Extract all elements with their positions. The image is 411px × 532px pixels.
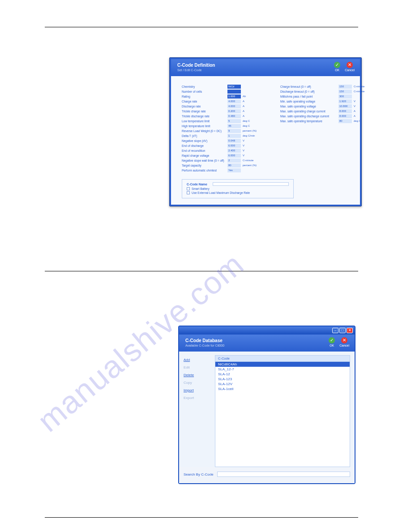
param-label: Perform automatic ohmtest <box>182 169 227 172</box>
param-row: Max. safe operating temperature80deg C <box>280 119 373 123</box>
param-value[interactable]: 45 <box>227 124 241 128</box>
param-value[interactable]: 150 <box>338 90 352 94</box>
database-title: C-Code Database <box>185 338 348 343</box>
param-unit: V <box>354 100 373 103</box>
ccode-definition-dialog: C-Code Definition Set / Edit C-Code ✓ OK… <box>169 57 362 206</box>
list-item[interactable]: SLA-12 <box>215 372 350 377</box>
param-unit: deg C <box>243 120 262 122</box>
list-item[interactable]: SLA-123 <box>215 377 350 382</box>
param-label: Low temperature limit <box>182 120 227 123</box>
param-value[interactable]: 80 <box>338 119 352 123</box>
param-label: Max. safe operating discharge current <box>280 115 338 118</box>
list-item[interactable]: SLA-1cell <box>215 386 350 391</box>
param-label: Target capacity <box>182 164 227 167</box>
param-value[interactable]: 8.000 <box>338 114 352 118</box>
param-row: Max. safe operating charge current8.000A <box>280 109 373 113</box>
param-label: Min. safe operating voltage <box>280 100 338 103</box>
param-label: Negative slope wait time (0 = off) <box>182 159 227 162</box>
import-link[interactable]: Import <box>184 388 210 392</box>
check-icon: ✓ <box>334 62 340 68</box>
copy-link[interactable]: Copy <box>184 381 210 385</box>
search-input[interactable] <box>217 472 350 477</box>
param-value[interactable]: 9 <box>227 129 241 133</box>
param-unit: percent (%) <box>243 129 262 132</box>
ok-button[interactable]: ✓ OK <box>334 62 340 72</box>
param-row: Discharge rate4.000A <box>182 104 262 108</box>
param-value[interactable]: 10.800 <box>338 104 352 108</box>
external-load-checkbox[interactable] <box>187 191 190 194</box>
list-item[interactable]: NiCd6C4Ah <box>215 362 350 367</box>
param-value[interactable]: 1.000 <box>227 94 241 99</box>
param-label: Delta T (dT) <box>182 134 227 137</box>
param-unit: A <box>243 105 262 107</box>
param-row: Negative slope (dV)0.048V <box>182 138 262 143</box>
export-link[interactable]: Export <box>184 396 210 400</box>
window-titlebar: – □ ✕ <box>179 326 355 335</box>
param-unit: A <box>243 115 262 117</box>
ccode-name-group: C-Code Name Smart Battery Use External L… <box>182 179 294 198</box>
param-label: Discharge rate <box>182 105 227 108</box>
param-row: ChemistryNiCd <box>182 84 262 89</box>
param-unit: deg C <box>354 120 373 122</box>
delete-link[interactable]: Delete <box>184 373 210 377</box>
dialog-header: C-Code Definition Set / Edit C-Code ✓ OK… <box>171 59 360 76</box>
list-item[interactable]: SLA_12-7 <box>215 367 350 372</box>
param-value[interactable]: 0.048 <box>227 139 241 143</box>
param-value[interactable] <box>227 90 241 94</box>
param-label: Reverse Load Weight (0 = DC) <box>182 129 227 133</box>
dialog-subtitle: Set / Edit C-Code <box>177 69 354 72</box>
param-row: Negative slope wait time (0 = off)2C-min… <box>182 158 262 163</box>
param-value[interactable]: 2 <box>227 159 241 163</box>
param-label: Rapid charge voltage <box>182 154 227 157</box>
param-value[interactable]: 4.000 <box>227 99 241 103</box>
ccode-name-input[interactable] <box>213 182 289 186</box>
window-close-button[interactable]: ✕ <box>347 328 353 333</box>
param-value[interactable]: 300 <box>338 94 352 99</box>
db-cancel-button[interactable]: ✕ Cancel <box>339 337 349 347</box>
list-header: C-Code <box>215 356 350 362</box>
cancel-button[interactable]: ✕ Cancel <box>345 62 355 72</box>
param-value[interactable]: 0.480 <box>227 114 241 118</box>
param-unit: V <box>243 139 262 142</box>
smart-battery-checkbox[interactable] <box>187 187 190 190</box>
param-label: Max. safe operating temperature <box>280 120 338 123</box>
param-row: Max. safe operating discharge current8.0… <box>280 114 373 118</box>
param-label: Negative slope (dV) <box>182 139 227 142</box>
database-sidebar: Add Edit Delete Copy Import Export <box>179 352 215 467</box>
edit-link[interactable]: Edit <box>184 365 210 369</box>
param-value[interactable]: 6.000 <box>227 144 241 148</box>
param-value[interactable]: 80 <box>227 163 241 167</box>
maximize-button[interactable]: □ <box>339 328 346 333</box>
db-ok-button[interactable]: ✓ OK <box>329 337 335 347</box>
param-value[interactable]: 1 <box>227 134 241 138</box>
param-value[interactable]: 8.000 <box>338 109 352 113</box>
param-value[interactable]: NiCd <box>227 85 241 89</box>
param-row: Rating1.000Ah <box>182 94 262 99</box>
list-item[interactable]: SLA-12V <box>215 382 350 386</box>
param-row: Trickle charge rate0.200A <box>182 109 262 113</box>
param-value[interactable]: 150 <box>338 85 352 89</box>
param-label: Chemistry <box>182 85 227 88</box>
param-value[interactable]: 4.000 <box>227 104 241 108</box>
param-value[interactable]: 6.000 <box>227 154 241 158</box>
database-subtitle: Available C-Code for C8000 <box>185 344 348 347</box>
param-value[interactable]: 5 <box>227 119 241 123</box>
param-value[interactable]: 0.200 <box>227 109 241 113</box>
param-row: Target capacity80percent (%) <box>182 163 262 167</box>
param-row: Low temperature limit5deg C <box>182 119 262 123</box>
param-value[interactable]: 1.920 <box>338 99 352 103</box>
param-label: Trickle discharge rate <box>182 115 227 118</box>
param-unit: V <box>243 144 262 147</box>
ccode-database-window: – □ ✕ C-Code Database Available C-Code f… <box>178 326 355 484</box>
minimize-button[interactable]: – <box>332 328 338 333</box>
param-label: Trickle charge rate <box>182 110 227 113</box>
param-row: High temperature limit45deg C <box>182 124 262 128</box>
param-value[interactable]: Yes <box>227 168 241 172</box>
dialog-title: C-Code Definition <box>177 63 354 68</box>
close-icon: ✕ <box>347 62 353 68</box>
param-unit: C-minute <box>354 85 373 88</box>
add-link[interactable]: Add <box>184 358 210 362</box>
param-value[interactable]: 2.400 <box>227 149 241 153</box>
close-icon: ✕ <box>341 337 347 343</box>
ccode-list[interactable]: C-Code NiCd6C4AhSLA_12-7SLA-12SLA-123SLA… <box>215 355 350 467</box>
